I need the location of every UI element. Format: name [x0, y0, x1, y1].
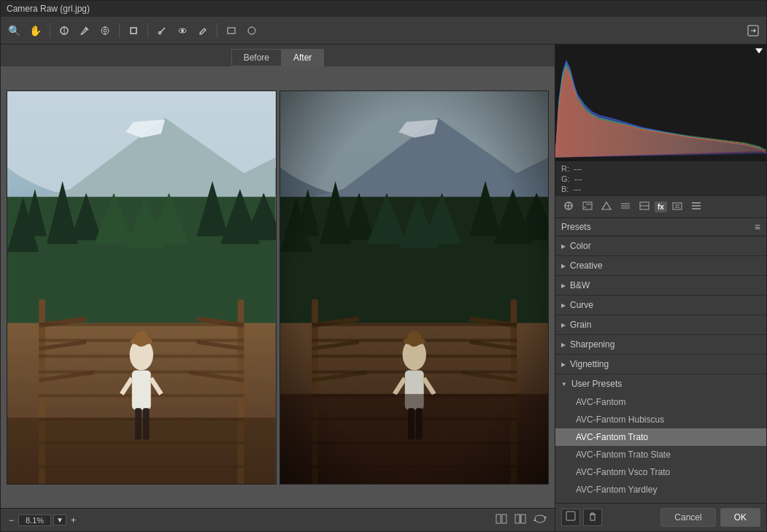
delete-preset-button[interactable]: [583, 509, 602, 526]
preset-avc-fantom-trato[interactable]: AVC-Fantom Trato: [555, 428, 766, 446]
redeye-tool[interactable]: [174, 21, 191, 40]
curve-preset-group: ▶ Curve: [555, 296, 766, 315]
user-presets-group-header[interactable]: ▼ User Presets: [555, 374, 766, 393]
split-tone-panel-icon[interactable]: [636, 199, 653, 215]
svg-rect-7: [131, 28, 136, 34]
sync-button[interactable]: [531, 512, 549, 528]
color-group-triangle: ▶: [561, 243, 566, 250]
svg-marker-113: [602, 202, 611, 209]
b-label: B:: [561, 185, 568, 193]
color-group-label: Color: [570, 241, 591, 251]
crop-tool[interactable]: [125, 21, 142, 40]
user-presets-label: User Presets: [571, 379, 622, 389]
svg-rect-39: [39, 323, 244, 325]
curve-group-header[interactable]: ▶ Curve: [555, 296, 766, 315]
cancel-button[interactable]: Cancel: [660, 508, 715, 527]
svg-rect-98: [496, 514, 501, 523]
export-button[interactable]: [744, 21, 762, 40]
svg-rect-110: [583, 202, 592, 209]
g-label: G:: [561, 174, 570, 183]
preset-avc-fantom-yardley[interactable]: AVC-Fantom Yardley: [555, 481, 766, 498]
user-presets-group: ▼ User Presets AVC-Fantom AVC-Fantom Hub…: [555, 374, 766, 503]
basic-panel-icon[interactable]: [560, 199, 577, 215]
bw-group-triangle: ▶: [561, 282, 566, 289]
effects-panel-icon[interactable]: fx: [655, 201, 667, 212]
presets-menu-button[interactable]: ≡: [755, 221, 760, 233]
presets-list[interactable]: ▶ Color ▶ Creative ▶: [555, 236, 766, 503]
hsl-panel-icon[interactable]: [617, 199, 634, 215]
mask-tool[interactable]: [223, 21, 240, 40]
zoom-out-button[interactable]: −: [7, 514, 16, 527]
canvas-area: Before After: [1, 45, 555, 531]
creative-group-header[interactable]: ▶ Creative: [555, 256, 766, 275]
color-sampler-tool[interactable]: [76, 21, 93, 40]
hand-tool[interactable]: ✋: [26, 21, 45, 40]
b-row: B: ---: [561, 185, 760, 193]
svg-rect-50: [132, 370, 151, 409]
g-row: G: ---: [561, 174, 760, 183]
sharpening-preset-group: ▶ Sharpening: [555, 335, 766, 355]
user-presets-triangle: ▼: [561, 381, 567, 388]
preset-avc-fantom-hubiscus[interactable]: AVC-Fantom Hubiscus: [555, 411, 766, 428]
presets-panel-icon[interactable]: [687, 199, 705, 215]
presets-header: Presets ≡: [555, 218, 766, 236]
curve-group-triangle: ▶: [561, 302, 566, 309]
calibration-panel-icon[interactable]: [668, 199, 686, 215]
image-area: [1, 66, 555, 508]
target-adjustment-tool[interactable]: [96, 21, 114, 40]
bw-group-header[interactable]: ▶ B&W: [555, 276, 766, 295]
adjustment-brush-tool[interactable]: [194, 21, 212, 40]
ok-button[interactable]: OK: [720, 508, 760, 527]
tool-sep-4: [217, 23, 217, 38]
svg-marker-104: [533, 519, 536, 521]
rgb-values: R: --- G: --- B: ---: [555, 161, 766, 196]
detail-panel-icon[interactable]: [598, 199, 615, 215]
shape-tool[interactable]: [243, 21, 261, 40]
preset-avc-fantom-vsco-trato[interactable]: AVC-Fantom Vsco Trato: [555, 463, 766, 481]
zoom-controls: − ▼ +: [7, 514, 78, 527]
vignetting-group-label: Vignetting: [570, 359, 609, 369]
zoom-dropdown-button[interactable]: ▼: [53, 514, 66, 525]
compare-button[interactable]: [493, 512, 509, 528]
add-preset-button[interactable]: [561, 509, 580, 526]
presets-title: Presets: [561, 222, 591, 232]
svg-marker-103: [544, 517, 547, 519]
svg-rect-99: [502, 514, 506, 523]
zoom-in-button[interactable]: +: [69, 514, 78, 527]
zoom-input[interactable]: [18, 514, 51, 526]
tool-sep-1: [50, 23, 50, 38]
right-panel: R: --- G: --- B: ---: [555, 45, 766, 531]
window-title: Camera Raw (grl.jpg): [7, 4, 90, 14]
preset-avc-fantom-trato-slate[interactable]: AVC-Fantom Trato Slate: [555, 446, 766, 463]
svg-rect-102: [521, 514, 525, 523]
grain-group-label: Grain: [570, 320, 591, 330]
camera-raw-window: Camera Raw (grl.jpg) 🔍 ✋: [0, 0, 767, 532]
zoom-tool[interactable]: 🔍: [5, 21, 23, 40]
svg-rect-125: [566, 512, 575, 520]
creative-group-label: Creative: [570, 261, 603, 271]
after-tab[interactable]: After: [281, 49, 324, 66]
sharpening-group-header[interactable]: ▶ Sharpening: [555, 335, 766, 354]
grain-group-header[interactable]: ▶ Grain: [555, 315, 766, 334]
before-tab[interactable]: Before: [231, 49, 281, 66]
title-bar: Camera Raw (grl.jpg): [1, 1, 766, 17]
tool-sep-3: [147, 23, 148, 38]
cycle-view-button[interactable]: [512, 512, 528, 528]
bottom-right-controls: [493, 512, 549, 528]
preset-avc-fantom[interactable]: AVC-Fantom: [555, 393, 766, 411]
vignetting-group-header[interactable]: ▶ Vignetting: [555, 355, 766, 374]
tone-curve-panel-icon[interactable]: [579, 199, 596, 215]
svg-rect-100: [515, 514, 520, 523]
svg-point-10: [181, 29, 184, 32]
r-row: R: ---: [561, 164, 760, 173]
r-value: ---: [574, 164, 582, 173]
white-balance-tool[interactable]: [55, 21, 73, 40]
panel-icons: fx: [555, 196, 766, 218]
toolbar-right-area: [744, 21, 762, 40]
bw-preset-group: ▶ B&W: [555, 276, 766, 296]
heal-tool[interactable]: [153, 21, 171, 40]
sharpening-group-label: Sharpening: [570, 339, 614, 350]
color-group-header[interactable]: ▶ Color: [555, 236, 766, 255]
bw-group-label: B&W: [570, 280, 590, 290]
g-value: ---: [574, 174, 582, 183]
